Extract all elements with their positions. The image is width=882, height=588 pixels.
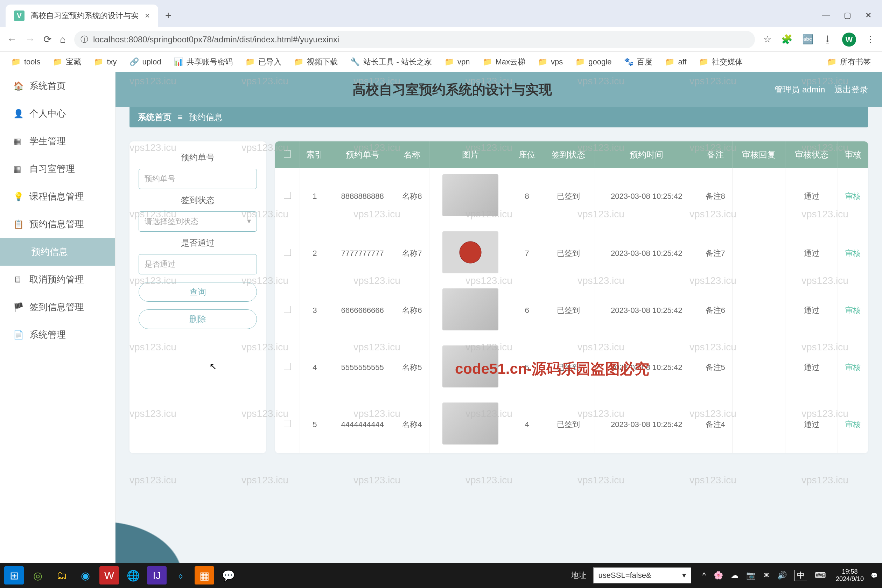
maximize-icon[interactable]: ▢	[844, 11, 851, 20]
query-button[interactable]: 查询	[139, 282, 257, 302]
breadcrumb-home[interactable]: 系统首页	[138, 112, 171, 123]
back-icon[interactable]: ←	[7, 34, 17, 45]
audit-link[interactable]: 审核	[845, 363, 861, 372]
thumbnail-image[interactable]	[442, 402, 498, 444]
app-icon[interactable]: ▦	[195, 566, 214, 585]
extensions-icon[interactable]: ☆	[764, 34, 771, 45]
tray-ime[interactable]: 中	[795, 570, 807, 581]
profile-avatar[interactable]: W	[842, 33, 856, 46]
thumbnail-image[interactable]	[442, 174, 498, 216]
folder-icon: 🔗	[129, 57, 139, 66]
forward-icon[interactable]: →	[25, 34, 35, 45]
tray-onedrive-icon[interactable]: ☁	[731, 571, 738, 580]
audit-link[interactable]: 审核	[845, 249, 861, 258]
taskbar-addr-input[interactable]: useSSL=false& ▾	[593, 567, 691, 584]
bookmark-item[interactable]: 📁视频下载	[294, 57, 338, 67]
info-icon[interactable]: ⓘ	[81, 34, 88, 45]
bookmark-item[interactable]: 📁Max云梯	[483, 57, 526, 67]
taskbar-clock[interactable]: 19:58 2024/9/10	[836, 568, 864, 582]
bookmark-item[interactable]: 🐾百度	[624, 57, 652, 67]
menu-icon[interactable]: ⋮	[866, 34, 875, 45]
folder-icon: 📁	[827, 57, 837, 66]
edge-icon[interactable]: ◉	[76, 566, 95, 585]
bookmark-item[interactable]: 📊共享账号密码	[174, 57, 233, 67]
sidebar-item[interactable]: ▦学生管理	[0, 128, 115, 155]
sidebar-item[interactable]: 📋预约信息管理	[0, 210, 115, 238]
menu-icon: 💡	[13, 192, 22, 202]
thumbnail-image[interactable]	[442, 345, 498, 387]
sidebar-item[interactable]: 🏠系统首页	[0, 72, 115, 100]
tray-mail-icon[interactable]: ✉	[764, 571, 770, 580]
browser360-icon[interactable]: ◎	[28, 566, 48, 585]
checkbox[interactable]	[284, 363, 291, 370]
bookmark-all[interactable]: 📁所有书签	[827, 57, 871, 67]
checkbox[interactable]	[284, 249, 291, 256]
bookmark-item[interactable]: 📁已导入	[245, 57, 281, 67]
bookmark-item[interactable]: 📁社交媒体	[699, 57, 743, 67]
translate-icon[interactable]: 🔤	[802, 34, 813, 45]
sidebar-item[interactable]: 💡课程信息管理	[0, 183, 115, 210]
bookmark-item[interactable]: 🔗uplod	[129, 57, 161, 66]
sidebar-item[interactable]: ▦自习室管理	[0, 155, 115, 183]
tray-up-icon[interactable]: ^	[702, 571, 706, 580]
sidebar-item[interactable]: 🖥取消预约管理	[0, 266, 115, 293]
sidebar-item[interactable]: 预约信息	[0, 238, 115, 266]
delete-button[interactable]: 删除	[139, 309, 257, 329]
user-name: admin	[802, 85, 825, 94]
url-input[interactable]: ⓘ localhost:8080/springboot0px78/admin/d…	[74, 31, 755, 48]
tray-flower-icon[interactable]: 🌸	[714, 571, 723, 580]
page-title: 高校自习室预约系统的设计与实现	[129, 81, 774, 99]
sidebar-item[interactable]: 🏴签到信息管理	[0, 293, 115, 321]
bookmark-item[interactable]: 📁宝藏	[53, 57, 81, 67]
checkbox[interactable]	[284, 420, 291, 427]
start-icon[interactable]: ⊞	[4, 566, 24, 585]
bookmark-item[interactable]: 📁aff	[665, 57, 686, 66]
chevron-down-icon[interactable]: ▾	[682, 571, 686, 580]
explorer-icon[interactable]: 🗂	[52, 566, 71, 585]
bookmark-item[interactable]: 📁google	[575, 57, 612, 66]
wechat-icon[interactable]: 💬	[218, 566, 238, 585]
minimize-icon[interactable]: ―	[822, 11, 830, 20]
logout-link[interactable]: 退出登录	[834, 85, 868, 94]
new-tab-button[interactable]: +	[165, 9, 171, 21]
browser-tab[interactable]: V 高校自习室预约系统的设计与实 ×	[6, 4, 158, 27]
table-header: 审核回复	[732, 141, 785, 168]
download-icon[interactable]: ⭳	[823, 34, 832, 45]
chrome-icon[interactable]: 🌐	[123, 566, 143, 585]
audit-link[interactable]: 审核	[845, 306, 861, 315]
vscode-icon[interactable]: ⬨	[171, 566, 190, 585]
filter-input-order[interactable]: 预约单号	[139, 169, 257, 189]
table-header: 预约单号	[330, 141, 395, 168]
close-icon[interactable]: ×	[145, 11, 150, 21]
table-row: 45555555555名称55已签到2023-03-08 10:25:42备注5…	[275, 339, 868, 396]
folder-icon: 📁	[11, 57, 21, 66]
close-window-icon[interactable]: ✕	[865, 11, 872, 20]
audit-link[interactable]: 审核	[845, 192, 861, 201]
checkbox[interactable]	[284, 306, 291, 313]
sidebar-item[interactable]: 👤个人中心	[0, 100, 115, 128]
filter-input-pass[interactable]: 是否通过	[139, 254, 257, 274]
checkbox[interactable]	[284, 192, 291, 199]
notifications-icon[interactable]: 💬	[871, 572, 878, 579]
tray-camera-icon[interactable]: 📷	[746, 571, 756, 580]
puzzle-icon[interactable]: 🧩	[781, 34, 792, 45]
bookmark-item[interactable]: 📁vpn	[444, 57, 470, 66]
bookmark-item[interactable]: 🔧站长工具 - 站长之家	[350, 57, 432, 67]
tray-keyboard-icon[interactable]: ⌨	[815, 571, 826, 580]
bookmark-item[interactable]: 📁tools	[11, 57, 40, 66]
audit-link[interactable]: 审核	[845, 420, 861, 429]
thumbnail-image[interactable]	[442, 231, 498, 273]
bookmark-item[interactable]: 📁vps	[538, 57, 563, 66]
home-icon[interactable]: ⌂	[60, 34, 66, 45]
sidebar-item[interactable]: 📄系统管理	[0, 321, 115, 349]
idea-icon[interactable]: IJ	[147, 566, 166, 585]
app-header: 高校自习室预约系统的设计与实现 管理员 admin 退出登录	[116, 72, 882, 107]
filter-select-sign[interactable]: 请选择签到状态	[139, 212, 257, 232]
thumbnail-image[interactable]	[442, 288, 498, 330]
wps-icon[interactable]: W	[99, 566, 119, 585]
reload-icon[interactable]: ⟳	[44, 34, 51, 45]
folder-icon: 📊	[174, 57, 183, 66]
checkbox[interactable]	[284, 150, 291, 158]
bookmark-item[interactable]: 📁txy	[94, 57, 117, 66]
tray-volume-icon[interactable]: 🔊	[777, 571, 787, 580]
